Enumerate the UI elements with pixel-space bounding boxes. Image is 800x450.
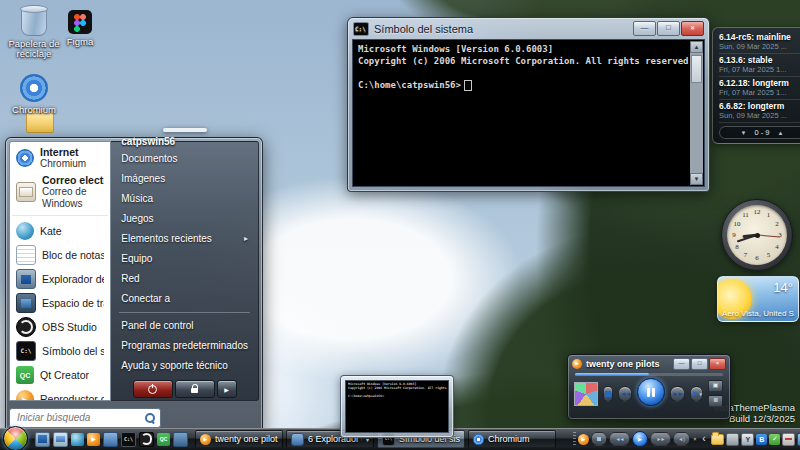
- scrollbar-thumb[interactable]: [691, 55, 702, 83]
- start-menu-item[interactable]: Bloc de notas: [10, 243, 110, 267]
- deskband-handle[interactable]: [573, 432, 576, 446]
- desktop-icon[interactable]: Chromium: [2, 74, 66, 115]
- start-menu-place-item[interactable]: Programas predeterminados: [111, 336, 258, 356]
- pause-button[interactable]: [637, 378, 665, 406]
- start-menu-place-item[interactable]: Documentos: [111, 149, 258, 169]
- show-desktop-icon[interactable]: [53, 432, 68, 447]
- start-menu-place-item[interactable]: [119, 312, 250, 313]
- display-icon[interactable]: [35, 432, 50, 447]
- place-label: Panel de control: [121, 320, 193, 332]
- weather-gadget[interactable]: 14° Aero Vista, United S...: [717, 276, 799, 322]
- start-menu-place-item[interactable]: Música: [111, 189, 258, 209]
- next-button[interactable]: ►►: [670, 386, 684, 402]
- start-menu-place-item[interactable]: Imágenes: [111, 169, 258, 189]
- media-player-titlebar[interactable]: twenty one pilots — □ ×: [568, 355, 730, 371]
- place-label: Equipo: [121, 253, 152, 265]
- kernel-version: 6.12.18: longterm: [719, 78, 800, 88]
- item-label: Internet: [40, 146, 86, 158]
- power-button[interactable]: [133, 380, 173, 398]
- deskband-expand-icon[interactable]: »: [691, 437, 697, 440]
- deskband-next-button[interactable]: ►►: [650, 432, 671, 446]
- minimize-button[interactable]: —: [673, 358, 690, 370]
- pager-next-button[interactable]: ▲: [778, 130, 784, 136]
- start-menu-item[interactable]: Símbolo del sistema: [10, 339, 110, 363]
- user-name[interactable]: catpswin56: [111, 132, 258, 149]
- kernel-date: Sun, 09 Mar 2025 ...: [719, 111, 800, 120]
- terminal-titlebar[interactable]: Símbolo del sistema — □ ×: [348, 18, 709, 39]
- start-menu-item[interactable]: Espacio de trabajo del escritorio Pla...: [10, 291, 110, 315]
- taskbar-button[interactable]: twenty one pilots: [195, 430, 283, 448]
- start-button[interactable]: [3, 426, 28, 450]
- qtcreator-icon[interactable]: [157, 433, 170, 446]
- place-label: Red: [121, 273, 139, 285]
- start-menu-item[interactable]: [12, 215, 108, 216]
- seek-bar[interactable]: [575, 373, 723, 376]
- usb-icon[interactable]: [741, 433, 754, 446]
- start-menu-place-item[interactable]: Juegos: [111, 209, 258, 229]
- start-menu-item[interactable]: OBS Studio: [10, 315, 110, 339]
- item-label: Correo electrónico: [42, 174, 104, 186]
- cmd-icon: [353, 22, 369, 36]
- start-menu-item[interactable]: Qt Creator: [10, 363, 110, 387]
- volume-button[interactable]: ◄▾: [690, 386, 703, 402]
- keyboard-icon[interactable]: [782, 433, 795, 446]
- terminal-thumbnail[interactable]: Microsoft Windows [Version 6.0.6003]Copy…: [345, 380, 449, 433]
- maximize-button[interactable]: □: [657, 21, 680, 36]
- close-button[interactable]: ×: [681, 21, 704, 36]
- system-tray: [698, 433, 800, 446]
- clock-gadget[interactable]: 121234567891011: [721, 199, 793, 271]
- close-button[interactable]: ×: [709, 358, 726, 370]
- start-menu-item[interactable]: Reproductor de Windows Media: [10, 387, 110, 401]
- start-menu-place-item[interactable]: Red: [111, 269, 258, 289]
- terminal-output-area[interactable]: Microsoft Windows [Version 6.0.6003]Copy…: [352, 39, 705, 187]
- pager-prev-button[interactable]: ▼: [741, 130, 747, 136]
- folder-icon[interactable]: [711, 434, 724, 445]
- start-menu-item[interactable]: Internet Chromium: [10, 144, 110, 172]
- kernel-versions-gadget[interactable]: 6.14-rc5: mainline Sun, 09 Mar 2025 ... …: [712, 27, 800, 144]
- start-menu-place-item[interactable]: Panel de control: [111, 316, 258, 336]
- deskband-play-button[interactable]: ▶: [632, 431, 648, 447]
- lock-button[interactable]: [175, 380, 215, 398]
- item-label: Qt Creator: [40, 369, 89, 381]
- start-menu-item[interactable]: Explorador de Windows: [10, 267, 110, 291]
- obs-icon[interactable]: [139, 432, 154, 447]
- folder-blue-icon[interactable]: [103, 432, 118, 447]
- scroll-up-icon[interactable]: ▲: [690, 41, 703, 53]
- update-icon[interactable]: [769, 434, 780, 445]
- chevron-left-icon[interactable]: [698, 434, 709, 445]
- maximize-button[interactable]: □: [691, 358, 708, 370]
- wmp-icon[interactable]: [87, 433, 100, 446]
- deskband-stop-button[interactable]: [591, 432, 607, 446]
- minimize-button[interactable]: —: [633, 21, 656, 36]
- start-search-box[interactable]: [9, 408, 161, 428]
- start-menu-place-item[interactable]: Elementos recientes ▸: [111, 229, 258, 249]
- switch-to-full-mode-button[interactable]: ▣: [708, 380, 723, 392]
- start-menu-place-item[interactable]: Conectar a: [111, 289, 258, 309]
- start-menu-item[interactable]: Correo electrónico Correo de Windows: [10, 172, 110, 212]
- start-menu-place-item[interactable]: Ayuda y soporte técnico: [111, 356, 258, 376]
- battery-icon[interactable]: [726, 433, 739, 446]
- item-label: Reproductor de Windows Media: [40, 393, 104, 401]
- cmd-icon[interactable]: [121, 432, 136, 447]
- taskbar-button[interactable]: Chromium: [468, 430, 556, 448]
- previous-button[interactable]: ◄◄: [618, 386, 632, 402]
- scroll-down-icon[interactable]: ▼: [690, 173, 703, 185]
- app-icon[interactable]: [173, 432, 188, 447]
- desktop-icon[interactable]: [8, 112, 72, 133]
- media-title: twenty one pilots: [586, 359, 660, 369]
- desktop-icon[interactable]: Figma: [48, 10, 112, 47]
- search-input[interactable]: [15, 411, 144, 424]
- session-options-button[interactable]: ▶: [217, 380, 237, 398]
- submenu-arrow-icon: ▸: [244, 233, 248, 245]
- terminal-scrollbar[interactable]: ▲ ▼: [690, 41, 703, 185]
- start-menu-place-item[interactable]: Equipo: [111, 249, 258, 269]
- desktop: Papelera de reciclaje Figma Chromium Vis…: [0, 0, 800, 450]
- deskband-volume-button[interactable]: ◄): [673, 432, 690, 446]
- kate-icon[interactable]: [71, 433, 84, 446]
- start-menu: Internet Chromium Correo electrónico Cor…: [5, 137, 263, 435]
- stop-button[interactable]: [603, 386, 613, 402]
- bluetooth-icon[interactable]: [756, 434, 767, 445]
- start-menu-item[interactable]: Kate: [10, 219, 110, 243]
- playlist-button[interactable]: ≣: [708, 395, 723, 407]
- deskband-previous-button[interactable]: ◄◄: [609, 432, 630, 446]
